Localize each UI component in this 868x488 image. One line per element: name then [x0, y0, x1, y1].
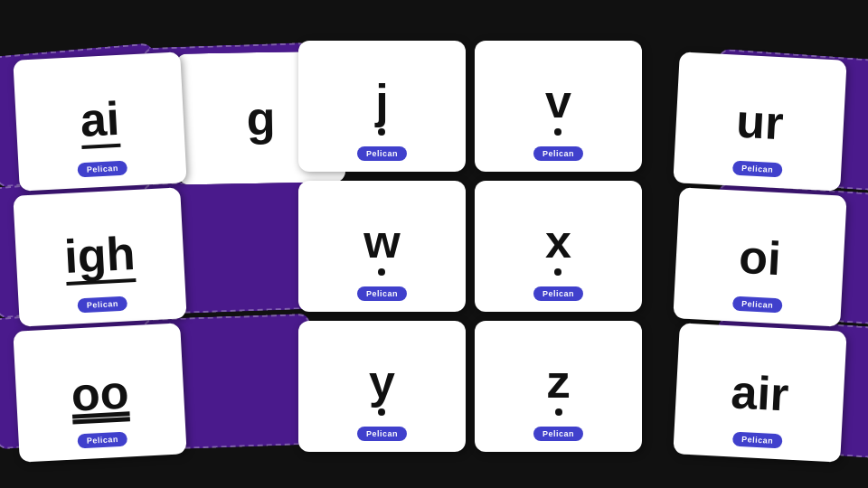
dot-indicator [378, 408, 385, 416]
brand-logo: Pelican [732, 296, 783, 313]
card-content-z: z [547, 358, 571, 416]
brand-label: Pelican [542, 429, 574, 438]
card-text-x: x [545, 218, 571, 265]
card-text-ur: ur [735, 97, 785, 146]
brand-logo: Pelican [533, 146, 583, 161]
brand-logo: Pelican [77, 160, 127, 177]
card-text-y: y [369, 358, 395, 405]
card-air[interactable]: air Pelican [673, 323, 846, 462]
card-text-oo: oo [70, 368, 129, 418]
card-z[interactable]: z Pelican [475, 321, 642, 452]
brand-logo: Pelican [533, 286, 583, 301]
card-ai[interactable]: ai Pelican [13, 52, 186, 191]
card-oo[interactable]: oo Pelican [13, 323, 186, 462]
card-y[interactable]: y Pelican [298, 321, 466, 452]
brand-logo: Pelican [357, 146, 407, 161]
brand-logo: Pelican [77, 431, 127, 448]
card-igh[interactable]: igh Pelican [13, 187, 186, 326]
card-ur[interactable]: ur Pelican [673, 52, 846, 191]
card-content-v: v [545, 78, 571, 136]
brand-label: Pelican [86, 164, 118, 174]
card-w[interactable]: w Pelican [298, 181, 466, 312]
brand-logo: Pelican [732, 160, 783, 177]
brand-logo: Pelican [357, 427, 407, 441]
card-text-v: v [545, 78, 571, 125]
card-content-w: w [363, 218, 400, 276]
card-oi[interactable]: oi Pelican [673, 187, 846, 326]
dot-indicator [378, 128, 385, 136]
brand-logo: Pelican [77, 296, 127, 313]
card-stack: ai Pelican igh Pelican oo Pelican g j [0, 0, 868, 488]
brand-label: Pelican [741, 435, 774, 446]
brand-label: Pelican [542, 289, 574, 298]
brand-label: Pelican [366, 289, 398, 298]
card-text-oi: oi [738, 232, 782, 281]
dot-indicator [555, 408, 562, 416]
card-text-j: j [375, 78, 388, 125]
card-text-air: air [730, 368, 789, 418]
brand-label: Pelican [366, 429, 398, 438]
dot-indicator [554, 268, 561, 276]
brand-label: Pelican [741, 164, 774, 174]
card-text-ai: ai [79, 94, 120, 148]
brand-label: Pelican [86, 299, 118, 310]
dot-indicator [378, 268, 385, 276]
card-content-x: x [545, 218, 571, 276]
brand-label: Pelican [741, 299, 774, 310]
brand-label: Pelican [366, 149, 398, 158]
card-text-z: z [547, 358, 571, 405]
card-text-g: g [246, 94, 276, 142]
dot-indicator [554, 128, 561, 136]
card-text-igh: igh [63, 229, 137, 285]
brand-logo: Pelican [533, 427, 583, 441]
brand-logo: Pelican [732, 431, 783, 448]
card-j[interactable]: j Pelican [298, 41, 466, 172]
card-text-w: w [363, 218, 400, 265]
brand-label: Pelican [542, 149, 574, 158]
card-content-j: j [375, 78, 388, 136]
brand-logo: Pelican [357, 286, 407, 301]
card-content-y: y [369, 358, 395, 416]
card-x[interactable]: x Pelican [475, 181, 642, 312]
card-v[interactable]: v Pelican [475, 41, 642, 172]
brand-label: Pelican [86, 435, 118, 446]
